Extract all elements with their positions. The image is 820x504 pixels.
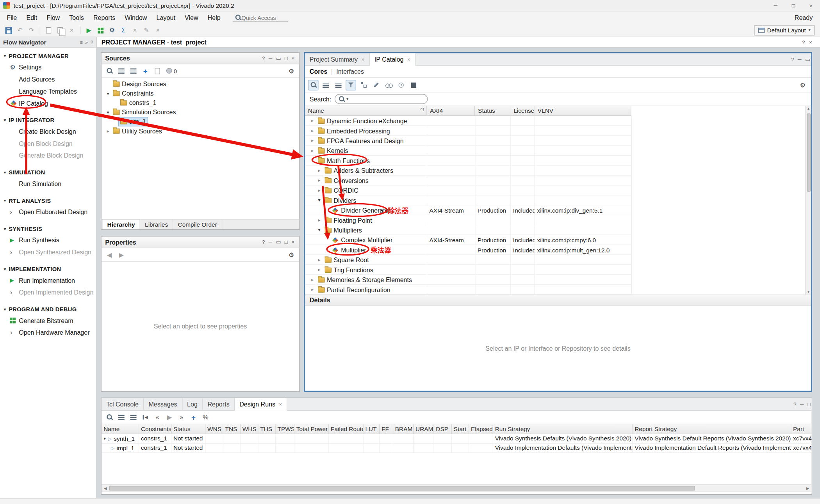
ip-row-kernels[interactable]: ▸Kernels <box>305 146 811 156</box>
forward-button[interactable]: ▶ <box>116 250 127 260</box>
clear-button[interactable]: × <box>153 25 163 35</box>
runs-column-dsp[interactable]: DSP <box>433 424 451 434</box>
runs-column-whs[interactable]: WHS <box>240 424 258 434</box>
chevron-expanded-icon[interactable]: ▾ <box>103 437 106 441</box>
properties-settings-button[interactable]: ⚙ <box>286 250 297 260</box>
sum-button[interactable]: Σ <box>118 25 129 35</box>
ip-row-square-root[interactable]: ▸Square Root <box>305 255 811 265</box>
chevron-collapsed-icon[interactable]: ▸ <box>107 129 109 133</box>
flownav-item-ip-catalog[interactable]: IP Catalog <box>0 97 96 109</box>
ip-settings-button[interactable]: ⚙ <box>797 80 808 90</box>
flownav-item-language-templates[interactable]: Language Templates <box>0 85 96 97</box>
menu-flow[interactable]: Flow <box>42 12 64 23</box>
flownav-item-run-implementation[interactable]: ▶Run Implementation <box>0 274 96 286</box>
quick-access-input[interactable] <box>241 14 285 21</box>
chevron-expanded-icon[interactable]: ▾ <box>107 91 109 96</box>
run-row-synth-1[interactable]: ▾▷synth_1constrs_1Not startedVivado Synt… <box>102 434 812 443</box>
help-icon[interactable]: ? <box>91 39 93 44</box>
ip-row-embedded-processing[interactable]: ▸Embedded Processing <box>305 126 811 136</box>
chevron-down-icon[interactable]: ▾ <box>4 118 6 122</box>
sources-tree-item-utility-sources[interactable]: ▸Utility Sources <box>102 126 299 136</box>
close-icon[interactable]: × <box>407 57 410 62</box>
flow-section-header-project-manager[interactable]: ▾PROJECT MANAGER <box>0 51 96 61</box>
tab-reports[interactable]: Reports <box>203 398 235 410</box>
close-icon[interactable]: × <box>809 39 812 45</box>
close-icon[interactable]: × <box>279 401 282 407</box>
collapse-all-button[interactable] <box>116 412 127 422</box>
runs-column-elapsed[interactable]: Elapsed <box>469 424 493 434</box>
ip-row-dividers[interactable]: ▾Dividers <box>305 195 811 205</box>
paste-button[interactable] <box>55 25 66 35</box>
maximize-icon[interactable]: □ <box>285 55 288 61</box>
help-icon[interactable]: ? <box>793 401 796 407</box>
chevron-collapsed-icon[interactable]: ▸ <box>318 268 321 272</box>
runs-column-lut[interactable]: LUT <box>363 424 379 434</box>
back-button[interactable]: ◀ <box>104 250 115 260</box>
runs-column-uram[interactable]: URAM <box>413 424 433 434</box>
column-header-axi4[interactable]: AXI4 <box>427 106 475 116</box>
sources-tree-item-constraints[interactable]: ▾Constraints <box>102 89 299 98</box>
sources-tree-item-simulation-sources[interactable]: ▾Simulation Sources <box>102 108 299 117</box>
step-forward-button[interactable]: » <box>176 412 187 422</box>
run-selected-button[interactable]: ▶ <box>164 412 175 422</box>
chevron-collapsed-icon[interactable]: ▸ <box>318 168 321 173</box>
collapse-all-button[interactable] <box>116 66 127 76</box>
sources-tree-item-sim-1[interactable]: sim_1 <box>102 117 299 126</box>
maximize-icon[interactable]: □ <box>285 239 288 245</box>
edit-button[interactable]: ✎ <box>141 25 152 35</box>
column-header-name[interactable]: Name^1 <box>305 106 427 116</box>
float-icon[interactable]: ▭ <box>276 55 281 61</box>
save-button[interactable] <box>3 25 14 35</box>
ip-row-trig-functions[interactable]: ▸Trig Functions <box>305 265 811 275</box>
runs-column-failed-routes[interactable]: Failed Routes <box>328 424 363 434</box>
flownav-item-run-simulation[interactable]: Run Simulation <box>0 177 96 190</box>
help-icon[interactable]: ? <box>262 55 265 61</box>
ip-row-dynamic-function-exchange[interactable]: ▸Dynamic Function eXchange <box>305 116 811 126</box>
ip-row-complex-multiplier[interactable]: Complex MultiplierAXI4-StreamProductionI… <box>305 235 811 245</box>
horizontal-scrollbar[interactable]: ◀ ▶ <box>102 484 812 492</box>
expand-all-button[interactable] <box>333 80 344 90</box>
runs-column-part[interactable]: Part <box>791 424 812 434</box>
minimize-icon[interactable]: ─ <box>269 55 273 61</box>
sources-tab-hierarchy[interactable]: Hierarchy <box>102 220 140 229</box>
skip-to-start-button[interactable]: ◀ <box>140 412 151 422</box>
run-button[interactable]: ▶ <box>84 25 94 35</box>
column-header-status[interactable]: Status <box>475 106 510 116</box>
menu-reports[interactable]: Reports <box>89 12 120 23</box>
chevron-expanded-icon[interactable]: ▾ <box>107 110 109 115</box>
flownav-item-open-synthesized-design[interactable]: ›Open Synthesized Design <box>0 246 96 258</box>
scroll-down-icon[interactable]: ▼ <box>807 289 810 295</box>
flow-section-header-rtl-analysis[interactable]: ▾RTL ANALYSIS <box>0 195 96 206</box>
runs-column-ff[interactable]: FF <box>379 424 393 434</box>
runs-column-start[interactable]: Start <box>451 424 469 434</box>
ip-row-multipliers[interactable]: ▾Multipliers <box>305 225 811 235</box>
runs-column-ths[interactable]: THS <box>258 424 275 434</box>
expand-icon[interactable]: » <box>85 39 88 44</box>
customize-button[interactable] <box>371 80 381 90</box>
minimize-icon[interactable]: ─ <box>798 57 802 62</box>
chevron-collapsed-icon[interactable]: ▸ <box>318 218 321 222</box>
float-icon[interactable]: ▭ <box>276 239 281 245</box>
chevron-down-icon[interactable]: ▾ <box>4 53 6 58</box>
undo-button[interactable]: ↶ <box>15 25 25 35</box>
step-back-button[interactable]: « <box>152 412 163 422</box>
runs-column-tpws[interactable]: TPWS <box>275 424 294 434</box>
runs-column-name[interactable]: Name <box>102 424 139 434</box>
minimize-icon[interactable]: ─ <box>800 401 804 407</box>
search-button[interactable] <box>104 412 115 422</box>
tab-log[interactable]: Log <box>182 398 203 410</box>
ip-search-input[interactable] <box>349 96 424 102</box>
chevron-expanded-icon[interactable]: ▾ <box>311 158 314 163</box>
scrollbar-thumb[interactable] <box>109 486 695 491</box>
chevron-collapsed-icon[interactable]: ▸ <box>311 148 314 153</box>
ip-row-floating-point[interactable]: ▸Floating Point <box>305 215 811 225</box>
sources-tab-libraries[interactable]: Libraries <box>140 220 173 229</box>
group-button[interactable] <box>358 80 369 90</box>
runs-column-status[interactable]: Status <box>171 424 205 434</box>
vertical-scrollbar[interactable]: ▲ ▼ <box>806 106 811 295</box>
settings-button[interactable]: ⚙ <box>107 25 117 35</box>
percent-button[interactable]: % <box>200 412 211 422</box>
tab-tcl-console[interactable]: Tcl Console <box>102 398 144 410</box>
chevron-collapsed-icon[interactable]: ▸ <box>318 188 321 193</box>
runs-column-wns[interactable]: WNS <box>205 424 223 434</box>
